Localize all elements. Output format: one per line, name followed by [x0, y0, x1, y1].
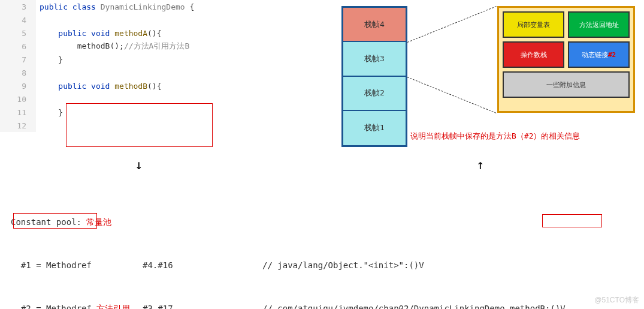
hash2-label: #2: [608, 51, 616, 59]
keyword: public void: [58, 29, 110, 38]
dashed-line: [407, 77, 497, 113]
line-number: 9: [0, 79, 36, 92]
stack-frame: 栈帧3: [343, 42, 406, 76]
extra-info-box: 一些附加信息: [503, 71, 630, 98]
annotation-note: 说明当前栈帧中保存的是方法B（#2）的相关信息: [410, 131, 580, 142]
stack-frame: 栈帧4: [343, 8, 406, 42]
class-name: DynamicLinkingDemo: [96, 2, 185, 11]
line-number: 10: [0, 92, 36, 106]
pool-row: #1 = Methodref#4.#16// java/lang/Object.…: [11, 258, 566, 272]
comment: //方法A引用方法B: [124, 41, 189, 50]
line-number: 7: [0, 53, 36, 66]
pool-row: #2 = Methodref 方法引用#3.#17// com/atguigu/…: [11, 301, 566, 309]
line-number: 8: [0, 66, 36, 79]
keyword: public class: [40, 2, 96, 11]
method-name: methodB: [110, 82, 147, 91]
highlight-methodb-sig: [542, 214, 602, 227]
stack-frame: 栈帧1: [343, 111, 406, 145]
arrow-up-icon: ↑: [476, 157, 484, 172]
method-name: methodA: [110, 29, 147, 38]
line-number: 12: [0, 119, 36, 132]
stack-frame: 栈帧2: [343, 77, 406, 111]
line-number: 3: [0, 0, 36, 13]
line-number: 11: [0, 106, 36, 119]
method-call: methodB();: [77, 41, 124, 50]
line-number: 6: [0, 40, 36, 53]
dashed-line: [407, 6, 497, 43]
methodref-label: 方法引用: [96, 304, 130, 309]
operand-stack-box: 操作数栈: [503, 41, 564, 68]
keyword: public void: [58, 82, 110, 91]
frame-detail: 局部变量表 方法返回地址 操作数栈 动态链接 #2 一些附加信息: [497, 6, 635, 113]
highlight-methodb: [66, 103, 213, 147]
line-number: 4: [0, 13, 36, 26]
arrow-down-icon: ↓: [135, 157, 143, 172]
highlight-methodref2: [13, 213, 97, 229]
local-vars-box: 局部变量表: [503, 11, 564, 38]
dynamic-link-box: 动态链接 #2: [568, 41, 630, 68]
constant-pool: Constant pool: 常量池 #1 = Methodref#4.#16/…: [11, 186, 566, 309]
line-number: 5: [0, 26, 36, 40]
return-addr-box: 方法返回地址: [568, 11, 630, 38]
watermark: @51CTO博客: [594, 295, 639, 305]
stack-column: 栈帧4 栈帧3 栈帧2 栈帧1: [341, 6, 407, 147]
stack-diagram: 栈帧4 栈帧3 栈帧2 栈帧1 局部变量表 方法返回地址 操作数栈 动态链接 #…: [341, 6, 635, 153]
